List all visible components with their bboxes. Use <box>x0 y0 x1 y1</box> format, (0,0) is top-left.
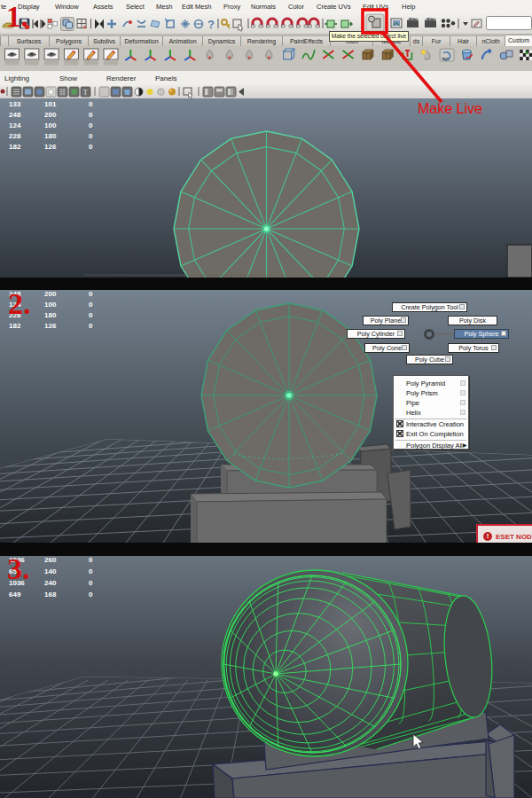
svg-text:649: 649 <box>9 591 21 598</box>
svg-text:0: 0 <box>89 322 93 330</box>
svg-text:0: 0 <box>89 290 93 298</box>
svg-text:100: 100 <box>44 301 57 309</box>
svg-text:0: 0 <box>89 100 93 108</box>
svg-text:182: 182 <box>9 322 21 330</box>
svg-text:200: 200 <box>44 290 57 298</box>
svg-text:?: ? <box>207 18 215 31</box>
svg-text:182: 182 <box>9 143 21 151</box>
svg-text:240: 240 <box>44 579 57 587</box>
svg-text:retri: retri <box>442 57 450 61</box>
svg-text:0: 0 <box>89 143 93 151</box>
svg-text:200: 200 <box>44 111 57 119</box>
svg-text:180: 180 <box>44 311 57 319</box>
svg-text:0: 0 <box>89 121 93 129</box>
svg-text:168: 168 <box>44 591 57 598</box>
svg-text:0: 0 <box>89 579 93 587</box>
svg-text:0: 0 <box>89 132 93 140</box>
svg-text:126: 126 <box>44 322 57 330</box>
svg-text:101: 101 <box>44 100 57 108</box>
svg-text:228: 228 <box>9 132 21 140</box>
svg-text:133: 133 <box>9 100 21 108</box>
svg-text:0: 0 <box>89 591 93 598</box>
svg-text:0: 0 <box>89 556 93 564</box>
svg-text:0: 0 <box>89 301 93 309</box>
svg-text:100: 100 <box>44 121 57 129</box>
svg-text:248: 248 <box>9 111 21 119</box>
svg-text:180: 180 <box>44 132 57 140</box>
svg-text:0: 0 <box>89 111 93 119</box>
svg-text:124: 124 <box>9 121 21 129</box>
svg-text:T: T <box>83 88 89 97</box>
svg-text:260: 260 <box>44 556 57 564</box>
svg-text:0: 0 <box>89 567 93 575</box>
svg-text:126: 126 <box>44 143 57 151</box>
svg-text:0: 0 <box>89 311 93 319</box>
svg-text:140: 140 <box>44 567 57 575</box>
